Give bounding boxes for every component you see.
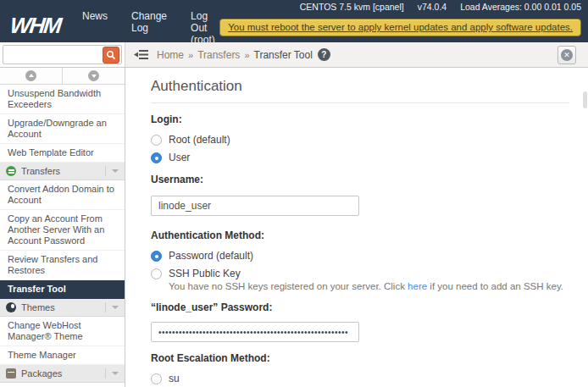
login-user-option[interactable]: User xyxy=(151,152,569,163)
auth-method-label: Authentication Method: xyxy=(151,229,569,241)
ssh-key-note: You have no SSH keys registered on your … xyxy=(169,281,569,291)
radio-unchecked-icon[interactable] xyxy=(151,268,162,279)
auth-password-option[interactable]: Password (default) xyxy=(151,250,569,262)
auth-password-option-label: Password (default) xyxy=(169,250,253,262)
login-root-option[interactable]: Root (default) xyxy=(151,134,569,146)
whm-version-label: v74.0.4 xyxy=(418,2,447,13)
whm-logo[interactable]: WHM xyxy=(8,13,61,39)
sidebar-item-upgrade-downgrade-account[interactable]: Upgrade/Downgrade an Account xyxy=(0,114,125,144)
username-label: Username: xyxy=(151,174,569,185)
load-averages-label: Load Averages: 0.00 0.01 0.05 xyxy=(460,2,581,13)
sidebar-section-label: Themes xyxy=(21,302,55,312)
nav-news-link[interactable]: News xyxy=(82,10,108,46)
main-content: Authentication Login: Root (default) Use… xyxy=(125,68,588,387)
sidebar-nav: Unsuspend Bandwidth Exceeders Upgrade/Do… xyxy=(0,68,125,387)
breadcrumb-transfers-link[interactable]: Transfers xyxy=(197,49,240,61)
chevron-down-icon[interactable] xyxy=(112,169,119,173)
radio-checked-icon[interactable] xyxy=(151,152,162,163)
sidebar-item-copy-account-from-server[interactable]: Copy an Account From Another Server With… xyxy=(0,210,125,251)
sidebar-section-packages[interactable]: Packages xyxy=(0,365,125,383)
close-icon: ✕ xyxy=(561,49,573,61)
login-root-option-label: Root (default) xyxy=(169,134,230,146)
sidebar-item-convert-addon-domain[interactable]: Convert Addon Domain to Account xyxy=(0,180,125,210)
sidebar-section-label: Transfers xyxy=(21,166,60,176)
auth-sshkey-option-label: SSH Public Key xyxy=(169,268,241,279)
collapse-sidebar-button[interactable] xyxy=(134,42,148,67)
sidebar-item-change-whm-theme[interactable]: Change WebHost Manager® Theme xyxy=(0,317,125,346)
radio-checked-icon[interactable] xyxy=(151,251,162,262)
breadcrumb-toolbar: Home » Transfers » Transfer Tool ? ✕ xyxy=(0,42,588,68)
breadcrumb: Home » Transfers » Transfer Tool xyxy=(157,42,313,67)
radio-unchecked-icon[interactable] xyxy=(151,135,162,146)
login-label: Login: xyxy=(151,113,569,125)
nav-changelog-link[interactable]: Change Log xyxy=(131,10,167,46)
radio-unchecked-icon[interactable] xyxy=(151,373,162,384)
authentication-section-title: Authentication xyxy=(151,78,569,103)
app-header: CENTOS 7.5 kvm [cpanel] v74.0.4 Load Ave… xyxy=(0,0,588,42)
chevron-down-icon[interactable] xyxy=(112,372,119,375)
login-user-option-label: User xyxy=(169,152,190,163)
close-page-button[interactable]: ✕ xyxy=(557,46,576,64)
password-label: “linode_user” Password: xyxy=(151,301,569,313)
breadcrumb-separator: » xyxy=(188,50,193,60)
sidebar-item-review-transfers-restores[interactable]: Review Transfers and Restores xyxy=(0,251,125,280)
nav-logout-link[interactable]: Log Out (root) xyxy=(191,10,219,46)
packages-icon xyxy=(6,368,16,379)
auth-sshkey-option[interactable]: SSH Public Key xyxy=(151,268,569,279)
username-input[interactable] xyxy=(151,196,359,216)
escalation-su-option-label: su xyxy=(169,373,180,384)
breadcrumb-home-link[interactable]: Home xyxy=(157,49,184,61)
arrow-down-icon xyxy=(88,70,99,81)
breadcrumb-current-page: Transfer Tool xyxy=(254,49,313,61)
sidebar-section-transfers[interactable]: Transfers xyxy=(0,163,125,180)
password-input[interactable]: ••••••••••••••••••••••••••••••••••••••••… xyxy=(151,322,359,342)
help-icon[interactable]: ? xyxy=(318,48,330,61)
sidebar-item-transfer-tool[interactable]: Transfer Tool xyxy=(0,280,125,299)
sidebar-section-label: Packages xyxy=(21,368,62,379)
reboot-warning-banner[interactable]: You must reboot the server to apply kern… xyxy=(219,19,581,36)
add-ssh-key-link[interactable]: here xyxy=(408,281,427,291)
ssh-note-text: if you need to add an SSH key. xyxy=(427,281,563,291)
root-escalation-label: Root Escalation Method: xyxy=(151,352,569,364)
escalation-su-option[interactable]: su xyxy=(151,373,569,384)
scrollbar-thumb[interactable] xyxy=(583,91,587,108)
themes-icon xyxy=(6,302,16,312)
sidebar-item-unsuspend-bandwidth-exceeders[interactable]: Unsuspend Bandwidth Exceeders xyxy=(0,85,125,114)
sidebar-scroll-down-button[interactable] xyxy=(63,68,125,84)
ssh-note-text: You have no SSH keys registered on your … xyxy=(169,281,408,291)
search-icon xyxy=(106,50,116,60)
search-button[interactable] xyxy=(103,47,119,64)
server-os-label: CENTOS 7.5 kvm [cpanel] xyxy=(300,2,404,13)
chevron-down-icon[interactable] xyxy=(112,306,119,309)
sidebar-scroll-up-button[interactable] xyxy=(0,68,63,84)
sidebar-item-theme-manager[interactable]: Theme Manager xyxy=(0,346,125,365)
header-nav: News Change Log Log Out (root) xyxy=(82,10,219,46)
breadcrumb-separator: » xyxy=(244,50,249,60)
sidebar-item-add-a-package[interactable]: Add a Package xyxy=(0,383,125,387)
sidebar-search xyxy=(0,42,125,67)
transfers-icon xyxy=(6,166,16,176)
sidebar-pager xyxy=(0,68,125,85)
arrow-up-icon xyxy=(25,70,36,81)
collapse-sidebar-icon xyxy=(134,49,148,60)
sidebar-item-web-template-editor[interactable]: Web Template Editor xyxy=(0,144,125,163)
sidebar-section-themes[interactable]: Themes xyxy=(0,299,125,317)
